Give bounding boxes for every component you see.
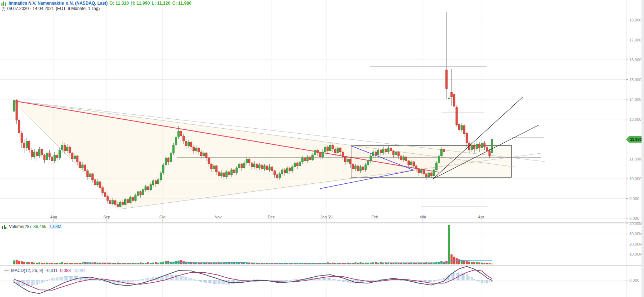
svg-text:10,00M: 10,00M [629,252,643,256]
svg-text:30,00M: 30,00M [629,232,643,236]
svg-text:10,000: 10,000 [629,177,641,181]
svg-text:Mär: Mär [419,215,426,219]
svg-text:Sep: Sep [103,215,110,219]
svg-text:16,000: 16,000 [629,58,641,62]
volume-label: Volume(28) [9,224,31,229]
ohlc-high: H: 11,990 [131,1,150,6]
svg-text:11,000: 11,000 [629,157,641,161]
period-info: (EDT, 9 Monate, 1 Tag) [56,6,100,11]
macd-value: -0,011 [46,268,58,273]
volume-current-value: 86,46k [33,224,46,229]
svg-text:9,000: 9,000 [629,197,639,201]
svg-text:40,00M: 40,00M [629,222,643,226]
price-chart-canvas[interactable]: AugSepOktNovDezJan '21FebMärApr18,00017,… [0,0,644,297]
macd-legend-icon: — [4,268,9,273]
svg-text:14,000: 14,000 [629,97,641,102]
macd-label: MACD(12, 26, 9) [11,268,43,273]
svg-text:18,000: 18,000 [629,18,641,22]
window-edge-strip [641,0,644,297]
ohlc-open: O: 11,310 [109,1,129,6]
svg-text:Feb: Feb [371,215,378,219]
panel-divider [0,265,644,266]
svg-text:20,00M: 20,00M [629,242,643,246]
volume-indicator-row[interactable]: Volume(28) 86,46k 1,63M [2,224,62,229]
chart-application: AugSepOktNovDezJan '21FebMärApr18,00017,… [0,0,644,297]
svg-text:17,000: 17,000 [629,38,641,42]
svg-text:Jan '21: Jan '21 [320,215,333,219]
instrument-title: Immatics N.V. Namensaktie [9,1,64,6]
svg-text:Okt: Okt [159,215,165,219]
svg-text:11,980: 11,980 [630,137,642,142]
svg-text:Aug: Aug [50,215,57,219]
ohlc-low: L: 11,120 [152,1,171,6]
date-range: 09.07.2020 - 14.04.2021 [7,6,54,11]
svg-text:Apr: Apr [478,215,484,219]
chart-header: Immatics N.V. Namensaktie o.N. (NASDAQ, … [1,1,191,11]
svg-text:Dez: Dez [268,215,275,219]
instrument-subtitle: o.N. (NASDAQ, Last) [66,1,108,6]
svg-text:Nov: Nov [215,215,222,219]
macd-histogram-value: -0,094 [73,268,85,273]
candlestick-icon [1,1,6,6]
volume-average-value: 1,63M [49,224,62,229]
last-price-tag: 11,980 [626,136,643,143]
svg-text:13,000: 13,000 [629,117,641,122]
svg-text:0,000: 0,000 [629,278,639,282]
svg-text:8,000: 8,000 [629,216,639,221]
volume-bars-icon [2,225,6,229]
macd-signal-value: 0,083 [60,268,71,273]
clock-icon: ◷ [1,6,5,11]
ohlc-close: C: 11,980 [172,1,191,6]
macd-indicator-row[interactable]: — MACD(12, 26, 9) -0,011 0,083 -0,094 [3,268,87,273]
panel-divider [0,222,644,223]
svg-text:15,000: 15,000 [629,78,641,82]
